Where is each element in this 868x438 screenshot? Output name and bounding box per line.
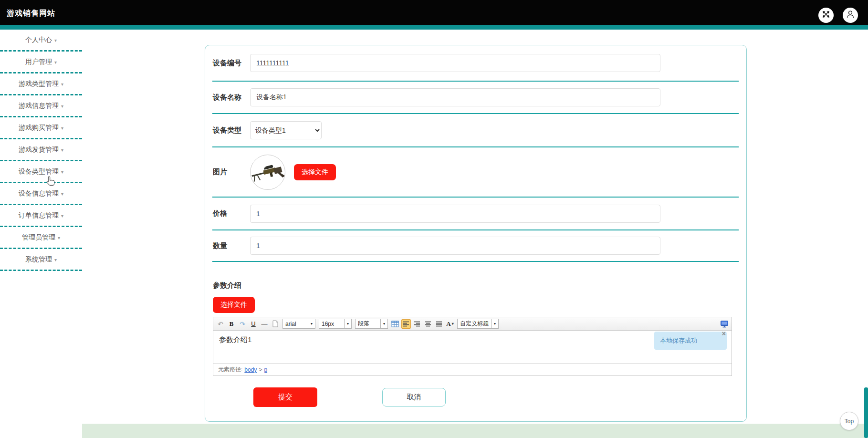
- chevron-down-icon: ▾: [308, 319, 315, 328]
- sidebar-item-device-info-mgmt[interactable]: 设备信息管理 ▾: [0, 183, 82, 205]
- align-justify-icon[interactable]: [434, 319, 444, 329]
- font-size-dropdown[interactable]: 16px ▾: [319, 319, 352, 329]
- sidebar-item-label: 用户管理: [25, 58, 52, 66]
- device-type-select[interactable]: 设备类型1: [250, 121, 322, 139]
- sidebar-item-game-delivery-mgmt[interactable]: 游戏发货管理 ▾: [0, 139, 82, 161]
- quantity-input[interactable]: [250, 237, 660, 255]
- back-to-top-button[interactable]: Top: [840, 412, 858, 430]
- sidebar-item-label: 管理员管理: [22, 233, 55, 242]
- sidebar-item-order-info-mgmt[interactable]: 订单信息管理 ▾: [0, 205, 82, 227]
- field-label: 设备名称: [213, 93, 250, 102]
- device-name-input[interactable]: [250, 88, 660, 106]
- fullscreen-arrows-icon: [821, 10, 831, 21]
- font-family-dropdown[interactable]: arial ▾: [282, 319, 315, 329]
- fullscreen-editor-icon[interactable]: [720, 319, 729, 329]
- sidebar-item-game-type-mgmt[interactable]: 游戏类型管理 ▾: [0, 73, 82, 95]
- choose-param-file-button[interactable]: 选择文件: [213, 297, 255, 313]
- device-edit-form-panel: 设备编号 设备名称 设备类型 设备类型1 图片: [205, 45, 747, 422]
- custom-title-dropdown[interactable]: 自定义标题 ▾: [457, 319, 499, 329]
- app-header: 游戏销售网站: [0, 0, 868, 25]
- sidebar-item-device-type-mgmt[interactable]: 设备类型管理 ▾: [0, 161, 82, 183]
- form-row-image: 图片 选择文件: [205, 147, 746, 197]
- price-input[interactable]: [250, 205, 660, 223]
- cancel-button[interactable]: 取消: [382, 388, 446, 407]
- app-title: 游戏销售网站: [7, 0, 55, 25]
- chevron-down-icon: ▾: [61, 190, 63, 197]
- chevron-down-icon: ▾: [61, 125, 63, 131]
- param-intro-section: 参数介绍 选择文件 ↶ B ↷ U — arial ▾: [205, 262, 746, 407]
- sidebar-item-label: 系统管理: [25, 255, 52, 264]
- chevron-down-icon: ▾: [344, 319, 351, 328]
- field-label: 数量: [213, 241, 250, 250]
- underline-icon[interactable]: U: [249, 319, 258, 329]
- close-icon[interactable]: ×: [722, 330, 726, 337]
- undo-icon[interactable]: ↶: [216, 319, 225, 329]
- chevron-down-icon: ▾: [58, 234, 60, 240]
- sidebar-item-personal-center[interactable]: 个人中心 ▾: [0, 30, 82, 52]
- editor-toolbar: ↶ B ↷ U — arial ▾ 16px ▾: [213, 317, 732, 331]
- sidebar-item-label: 游戏信息管理: [19, 102, 59, 110]
- redo-icon[interactable]: ↷: [238, 319, 247, 329]
- chevron-down-icon: ▾: [54, 59, 57, 65]
- mouse-hand-cursor-icon: [46, 176, 55, 189]
- form-actions: 提交 取消: [253, 387, 739, 407]
- sidebar-item-system-mgmt[interactable]: 系统管理 ▾: [0, 249, 82, 271]
- chevron-down-icon: ▾: [452, 322, 454, 326]
- chevron-down-icon: ▾: [61, 146, 63, 153]
- align-right-icon[interactable]: [412, 319, 422, 329]
- field-label: 设备类型: [213, 126, 250, 135]
- fullscreen-button[interactable]: [818, 8, 834, 23]
- chevron-down-icon: ▾: [54, 37, 57, 43]
- chevron-down-icon: ▾: [61, 81, 63, 87]
- device-number-input[interactable]: [250, 54, 660, 72]
- sidebar-item-admin-mgmt[interactable]: 管理员管理 ▾: [0, 227, 82, 249]
- new-document-icon[interactable]: [271, 319, 280, 329]
- bold-icon[interactable]: B: [227, 319, 236, 329]
- field-label: 参数介绍: [213, 281, 739, 290]
- sidebar-item-game-purchase-mgmt[interactable]: 游戏购买管理 ▾: [0, 117, 82, 139]
- align-left-icon[interactable]: [401, 319, 411, 329]
- page-footer-strip: [82, 424, 868, 438]
- form-row-price: 价格: [205, 198, 746, 229]
- align-center-icon[interactable]: [423, 319, 433, 329]
- chevron-down-icon: ▾: [491, 319, 498, 328]
- sidebar-item-user-mgmt[interactable]: 用户管理 ▾: [0, 52, 82, 73]
- field-label: 价格: [213, 209, 250, 218]
- sidebar-item-label: 游戏购买管理: [19, 124, 59, 132]
- font-color-icon[interactable]: A ▾: [445, 319, 455, 329]
- accent-bar: [0, 25, 868, 30]
- chevron-down-icon: ▾: [380, 319, 387, 328]
- field-label: 图片: [213, 167, 250, 177]
- sidebar-item-label: 设备类型管理: [19, 167, 59, 176]
- editor-status-bar: 元素路径: body > p: [213, 363, 732, 375]
- form-row-quantity: 数量: [205, 230, 746, 261]
- sidebar-item-game-info-mgmt[interactable]: 游戏信息管理 ▾: [0, 95, 82, 117]
- editor-text: 参数介绍1: [219, 335, 251, 344]
- user-account-button[interactable]: [843, 8, 858, 23]
- sidebar-item-label: 设备信息管理: [19, 189, 59, 198]
- sidebar-item-label: 个人中心: [25, 36, 52, 44]
- sidebar-item-label: 游戏发货管理: [19, 146, 59, 154]
- editor-content-area[interactable]: 参数介绍1 本地保存成功 ×: [213, 331, 732, 363]
- insert-table-icon[interactable]: [390, 319, 400, 329]
- submit-button[interactable]: 提交: [253, 387, 317, 407]
- form-row-device-name: 设备名称: [205, 82, 746, 113]
- chevron-down-icon: ▾: [54, 256, 57, 262]
- save-success-toast: 本地保存成功 ×: [654, 332, 727, 350]
- field-label: 设备编号: [213, 59, 250, 68]
- user-icon: [846, 10, 855, 21]
- form-row-device-type: 设备类型 设备类型1: [205, 114, 746, 146]
- element-path-p-link[interactable]: p: [264, 366, 267, 373]
- choose-image-file-button[interactable]: 选择文件: [294, 164, 336, 180]
- chevron-down-icon: ▾: [61, 103, 63, 109]
- sidebar-item-label: 订单信息管理: [19, 211, 59, 220]
- horizontal-rule-icon[interactable]: —: [260, 319, 269, 329]
- element-path-body-link[interactable]: body: [244, 366, 257, 373]
- sidebar-nav: 个人中心 ▾ 用户管理 ▾ 游戏类型管理 ▾ 游戏信息管理 ▾ 游戏购买管理 ▾…: [0, 30, 82, 271]
- rich-text-editor: ↶ B ↷ U — arial ▾ 16px ▾: [213, 317, 732, 376]
- form-row-device-number: 设备编号: [205, 45, 746, 81]
- chevron-down-icon: ▾: [61, 168, 63, 175]
- vertical-scrollbar-thumb[interactable]: [864, 387, 868, 438]
- sidebar-item-label: 游戏类型管理: [19, 80, 59, 88]
- paragraph-format-dropdown[interactable]: 段落 ▾: [355, 319, 388, 329]
